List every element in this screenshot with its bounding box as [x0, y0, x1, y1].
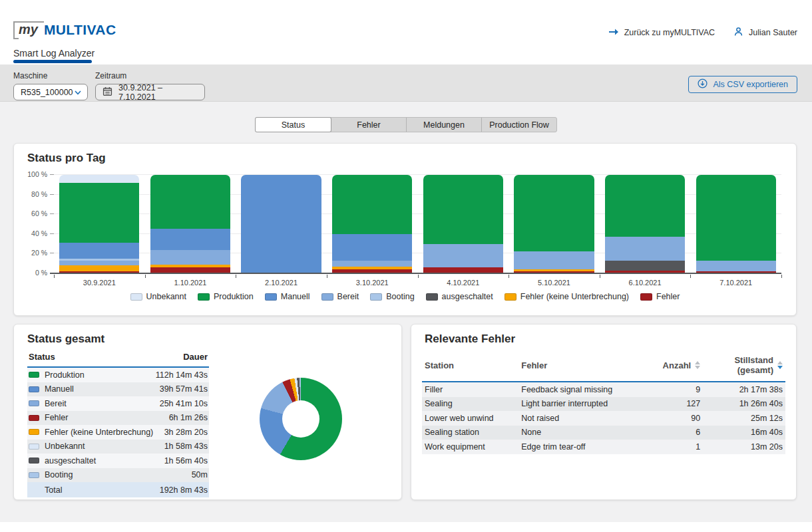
- x-axis-label: 5.10.2021: [538, 279, 570, 287]
- downtime-cell: 1h 26m 40s: [700, 399, 783, 408]
- stacked-bar-chart: 0 %20 %40 %60 %80 %100 %30.9.20211.10.20…: [54, 175, 781, 273]
- bar-segment-bereit[interactable]: [59, 261, 139, 265]
- duration-value: 6h 1m 26s: [169, 413, 208, 422]
- back-to-mymultivac-link[interactable]: Zurück zu myMULTIVAC: [608, 28, 715, 38]
- stacked-bar[interactable]: [332, 175, 412, 273]
- station-cell: Sealing station: [425, 428, 521, 437]
- stacked-bar[interactable]: [696, 175, 776, 273]
- booting-swatch: [29, 472, 39, 478]
- export-csv-button[interactable]: Als CSV exportieren: [688, 76, 797, 93]
- column-header-anzahl[interactable]: Anzahl: [650, 360, 700, 370]
- status-total-row: ausgeschaltet1h 56m 40s: [27, 454, 209, 468]
- machine-label: Maschine: [13, 71, 88, 80]
- date-range-input[interactable]: 30.9.2021 – 7.10.2021: [95, 84, 205, 100]
- bar-segment-produktion[interactable]: [423, 175, 503, 244]
- stacked-bar[interactable]: [241, 175, 321, 273]
- bar-segment-bereit[interactable]: [605, 237, 685, 261]
- status-per-day-card: Status pro Tag 0 %20 %40 %60 %80 %100 %3…: [13, 143, 797, 316]
- bar-segment-fehler_ku[interactable]: [59, 265, 139, 271]
- bar-segment-manuell[interactable]: [241, 175, 321, 273]
- bar-segment-produktion[interactable]: [514, 175, 594, 251]
- manuell-swatch: [29, 386, 39, 392]
- stacked-bar[interactable]: [605, 175, 685, 273]
- status-total-row: Unbekannt1h 58m 43s: [27, 440, 209, 454]
- bars-area: 30.9.20211.10.20212.10.20213.10.20214.10…: [54, 175, 781, 273]
- stacked-bar[interactable]: [150, 175, 230, 273]
- tab-smart-log-analyzer[interactable]: Smart Log Analyzer: [13, 48, 95, 59]
- bar-segment-bereit[interactable]: [423, 244, 503, 268]
- bar-segment-produktion[interactable]: [605, 175, 685, 237]
- bar-segment-produktion[interactable]: [696, 175, 776, 261]
- error-cell: None: [521, 428, 650, 437]
- period-filter: Zeitraum 30.9.2021 – 7.10.2021: [95, 71, 205, 100]
- x-axis-label: 30.9.2021: [83, 279, 116, 287]
- downtime-cell: 16m 40s: [700, 428, 783, 437]
- ausgeschaltet-swatch: [29, 458, 39, 464]
- y-axis-label: 20 %: [22, 249, 47, 257]
- view-tab-bar: StatusFehlerMeldungenProduction Flow: [255, 117, 557, 132]
- column-header-status: Status: [29, 352, 55, 362]
- column-header-stillstand-gesamt[interactable]: Stillstand (gesamt): [700, 355, 783, 375]
- bar-segment-manuell[interactable]: [332, 234, 412, 261]
- status-cell: Booting: [29, 470, 73, 479]
- bar-segment-produktion[interactable]: [150, 175, 230, 229]
- bar-segment-bereit[interactable]: [332, 261, 412, 267]
- tab-production-flow[interactable]: Production Flow: [481, 118, 556, 132]
- bar-segment-manuell[interactable]: [59, 243, 139, 259]
- tab-status[interactable]: Status: [255, 117, 331, 132]
- machine-select[interactable]: R535_100000: [13, 84, 88, 100]
- sort-icon[interactable]: [695, 361, 700, 369]
- relevant-errors-table-header: StationFehlerAnzahlStillstand (gesamt): [422, 355, 785, 382]
- x-axis-tick: [781, 275, 782, 278]
- machine-filter: Maschine R535_100000: [13, 71, 88, 100]
- sort-icon[interactable]: [777, 361, 783, 369]
- bar-segment-manuell[interactable]: [150, 229, 230, 249]
- total-value: 192h 8m 43s: [160, 485, 208, 495]
- status-cell: Bereit: [29, 399, 67, 408]
- stacked-bar[interactable]: [59, 175, 139, 273]
- count-cell: 6: [650, 428, 700, 437]
- fehler-swatch: [29, 415, 39, 421]
- bar-segment-unbekannt[interactable]: [59, 175, 139, 183]
- manuell-swatch: [265, 293, 277, 301]
- fehler_ku-swatch: [29, 429, 39, 435]
- x-axis-tick: [327, 275, 327, 278]
- status-label: Manuell: [45, 384, 74, 394]
- error-cell: Edge trim tear-off: [521, 442, 650, 452]
- count-cell: 127: [650, 399, 700, 408]
- user-name: Julian Sauter: [749, 28, 797, 37]
- bar-group-1-10-2021: 1.10.2021: [145, 175, 236, 273]
- bar-segment-produktion[interactable]: [332, 175, 412, 234]
- status-total-table-header: Status Dauer: [27, 350, 209, 368]
- bar-segment-bereit[interactable]: [696, 261, 776, 271]
- relevant-errors-table: StationFehlerAnzahlStillstand (gesamt) F…: [422, 355, 785, 454]
- column-header-fehler: Fehler: [521, 360, 650, 370]
- status-total-table: Status Dauer Produktion112h 14m 43sManue…: [27, 350, 209, 497]
- chevron-down-icon: [75, 88, 81, 97]
- bar-group-7-10-2021: 7.10.2021: [690, 175, 781, 273]
- legend-item-unbekannt: Unbekannt: [130, 292, 186, 301]
- bar-segment-produktion[interactable]: [59, 183, 139, 243]
- bar-group-4-10-2021: 4.10.2021: [418, 175, 509, 273]
- x-axis-tick: [54, 275, 55, 278]
- legend-label: Bereit: [337, 292, 359, 301]
- stacked-bar[interactable]: [514, 175, 594, 273]
- status-donut-chart: [260, 378, 342, 460]
- bar-segment-bereit[interactable]: [514, 251, 594, 269]
- bar-segment-ausgeschaltet[interactable]: [605, 261, 685, 271]
- tab-fehler[interactable]: Fehler: [331, 118, 406, 132]
- status-label: Unbekannt: [45, 442, 85, 451]
- bar-segment-bereit[interactable]: [150, 250, 230, 265]
- relevant-errors-card: Relevante Fehler StationFehlerAnzahlStil…: [411, 324, 797, 500]
- bereit-swatch: [321, 293, 333, 301]
- legend-label: Fehler (keine Unterbrechung): [520, 292, 629, 301]
- legend-item-bereit: Bereit: [321, 292, 359, 301]
- status-total-row: Fehler6h 1m 26s: [27, 411, 209, 426]
- stacked-bar[interactable]: [423, 175, 503, 273]
- x-axis-tick: [418, 275, 419, 278]
- status-cell: Manuell: [29, 384, 74, 394]
- duration-value: 25h 41m 10s: [160, 399, 208, 408]
- user-menu[interactable]: Julian Sauter: [733, 27, 797, 39]
- tab-meldungen[interactable]: Meldungen: [406, 118, 481, 132]
- ausgeschaltet-swatch: [426, 293, 438, 301]
